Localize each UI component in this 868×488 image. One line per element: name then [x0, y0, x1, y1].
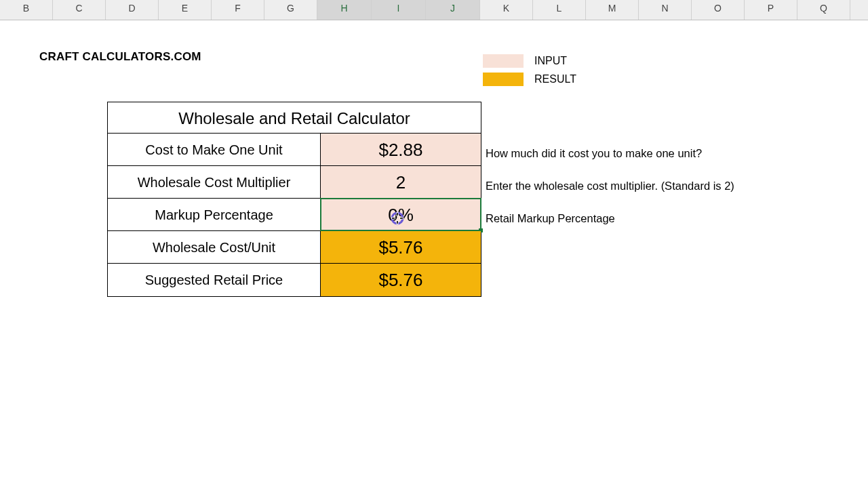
calc-row-4: Suggested Retail Price$5.76: [108, 264, 481, 296]
calc-value-3: $5.76: [321, 231, 481, 263]
hint-0: How much did it cost you to make one uni…: [486, 137, 734, 169]
calculator-title: Wholesale and Retail Calculator: [108, 102, 481, 134]
hint-column: How much did it cost you to make one uni…: [486, 137, 734, 300]
column-header-N[interactable]: N: [639, 0, 692, 20]
column-header-P[interactable]: P: [745, 0, 797, 20]
calc-label-2: Markup Percentage: [108, 199, 321, 230]
calc-label-3: Wholesale Cost/Unit: [108, 231, 321, 263]
legend: INPUT RESULT: [483, 53, 576, 89]
hint-1: Enter the wholesale cost multiplier. (St…: [486, 169, 734, 202]
calc-value-1[interactable]: 2: [321, 166, 481, 198]
column-header-F[interactable]: F: [212, 0, 264, 20]
legend-swatch-input: [483, 54, 524, 68]
column-header-O[interactable]: O: [692, 0, 745, 20]
column-header-G[interactable]: G: [264, 0, 317, 20]
calc-label-1: Wholesale Cost Multiplier: [108, 166, 321, 198]
calc-row-1: Wholesale Cost Multiplier2: [108, 166, 481, 199]
column-header-K[interactable]: K: [480, 0, 533, 20]
hint-2: Retail Markup Percentage: [486, 202, 734, 235]
calc-row-0: Cost to Make One Unit$2.88: [108, 134, 481, 166]
calc-row-2: Markup Percentage0%: [108, 199, 481, 231]
column-header-E[interactable]: E: [159, 0, 212, 20]
legend-label-result: RESULT: [534, 73, 576, 85]
legend-swatch-result: [483, 73, 524, 86]
column-header-M[interactable]: M: [586, 0, 639, 20]
calc-row-3: Wholesale Cost/Unit$5.76: [108, 231, 481, 264]
brand-title: CRAFT CALCULATORS.COM: [39, 50, 201, 64]
spreadsheet-area[interactable]: CRAFT CALCULATORS.COM INPUT RESULT Whole…: [0, 20, 868, 488]
calc-label-4: Suggested Retail Price: [108, 264, 321, 296]
hint-4: [486, 267, 734, 300]
legend-row-result: RESULT: [483, 71, 576, 87]
calc-value-0[interactable]: $2.88: [321, 134, 481, 165]
column-header-B[interactable]: B: [0, 0, 53, 20]
legend-label-input: INPUT: [534, 55, 567, 67]
column-header-J[interactable]: J: [426, 0, 480, 20]
calc-value-2[interactable]: 0%: [321, 199, 481, 230]
column-header-L[interactable]: L: [533, 0, 586, 20]
calculator-table: Wholesale and Retail Calculator Cost to …: [107, 102, 481, 297]
column-header-Q[interactable]: Q: [797, 0, 850, 20]
calc-value-4: $5.76: [321, 264, 481, 296]
column-header-C[interactable]: C: [53, 0, 106, 20]
hint-3: [486, 235, 734, 267]
column-header-row: BCDEFGHIJKLMNOPQ: [0, 0, 868, 20]
column-header-I[interactable]: I: [372, 0, 426, 20]
column-header-H[interactable]: H: [317, 0, 372, 20]
legend-row-input: INPUT: [483, 53, 576, 69]
column-header-D[interactable]: D: [106, 0, 159, 20]
calc-label-0: Cost to Make One Unit: [108, 134, 321, 165]
